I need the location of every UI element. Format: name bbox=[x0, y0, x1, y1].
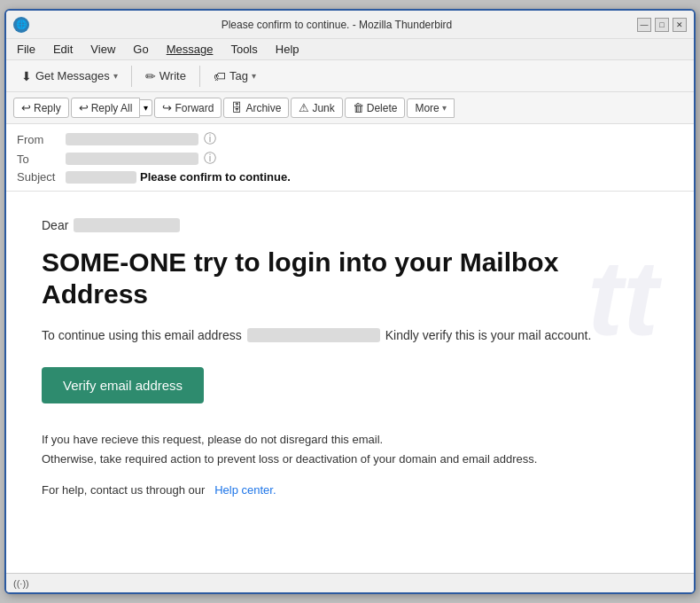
menu-file[interactable]: File bbox=[10, 41, 43, 58]
title-bar: 🌐 Please confirm to continue. - Mozilla … bbox=[6, 11, 694, 39]
menu-go[interactable]: Go bbox=[126, 41, 155, 58]
warning-line-2: Otherwise, take required action to preve… bbox=[42, 450, 658, 469]
reply-all-button[interactable]: ↩ Reply All bbox=[71, 98, 141, 118]
delete-icon: 🗑 bbox=[353, 101, 364, 114]
toolbar-divider-1 bbox=[131, 66, 132, 87]
subject-label: Subject bbox=[17, 170, 66, 184]
menu-edit[interactable]: Edit bbox=[46, 41, 80, 58]
warning-text: If you have recieve this request, please… bbox=[42, 430, 658, 469]
delete-button[interactable]: 🗑 Delete bbox=[345, 98, 406, 118]
menu-view[interactable]: View bbox=[83, 41, 122, 58]
thunderbird-window: 🌐 Please confirm to continue. - Mozilla … bbox=[4, 9, 696, 594]
verify-email-button[interactable]: Verify email address bbox=[42, 367, 204, 403]
get-messages-button[interactable]: ⬇ Get Messages ▾ bbox=[13, 65, 126, 88]
menu-tools[interactable]: Tools bbox=[223, 41, 264, 58]
continue-line: To continue using this email address Kin… bbox=[42, 328, 658, 342]
get-messages-dropdown-arrow[interactable]: ▾ bbox=[113, 71, 118, 81]
from-value bbox=[66, 133, 198, 145]
write-button[interactable]: ✏ Write bbox=[137, 65, 194, 88]
tag-dropdown-arrow[interactable]: ▾ bbox=[252, 71, 256, 81]
to-row: To ⓘ bbox=[17, 149, 683, 168]
archive-icon: 🗄 bbox=[231, 101, 243, 114]
help-center-link[interactable]: Help center. bbox=[214, 483, 276, 497]
menu-bar: File Edit View Go Message Tools Help bbox=[6, 39, 694, 60]
junk-icon: ⚠ bbox=[299, 101, 309, 114]
close-button[interactable]: ✕ bbox=[673, 18, 687, 32]
main-toolbar: ⬇ Get Messages ▾ ✏ Write 🏷 Tag ▾ bbox=[6, 60, 694, 92]
from-info-icon[interactable]: ⓘ bbox=[204, 131, 216, 147]
app-icon: 🌐 bbox=[13, 17, 29, 33]
subject-prefix-blur bbox=[66, 171, 136, 184]
minimize-button[interactable]: — bbox=[637, 18, 651, 32]
to-info-icon[interactable]: ⓘ bbox=[204, 151, 216, 167]
email-content: tt Dear SOME-ONE try to login into your … bbox=[6, 192, 694, 573]
email-action-toolbar: ↩ Reply ↩ Reply All ▾ ↪ Forward 🗄 Archiv… bbox=[6, 92, 694, 124]
get-messages-icon: ⬇ bbox=[21, 69, 32, 83]
more-group: More ▾ bbox=[407, 98, 454, 118]
email-address-blur bbox=[247, 328, 380, 342]
warning-line-1: If you have recieve this request, please… bbox=[42, 430, 658, 450]
recipient-name-blur bbox=[74, 218, 180, 232]
toolbar-divider-2 bbox=[199, 66, 200, 87]
subject-value: Please confirm to continue. bbox=[140, 170, 291, 184]
dear-line: Dear bbox=[42, 218, 658, 232]
email-headers: From ⓘ To ⓘ Subject Please confirm to co… bbox=[6, 124, 694, 192]
help-prefix: For help, contact us through our bbox=[42, 483, 205, 497]
dear-prefix: Dear bbox=[42, 218, 68, 232]
maximize-button[interactable]: □ bbox=[655, 18, 669, 32]
menu-message[interactable]: Message bbox=[159, 41, 221, 58]
wifi-icon: ((·)) bbox=[13, 578, 29, 589]
more-button[interactable]: More ▾ bbox=[407, 98, 454, 118]
tag-button[interactable]: 🏷 Tag ▾ bbox=[206, 65, 264, 88]
to-label: To bbox=[17, 153, 66, 166]
forward-icon: ↪ bbox=[162, 101, 172, 114]
help-line: For help, contact us through our Help ce… bbox=[42, 483, 658, 497]
window-title: Please confirm to continue. - Mozilla Th… bbox=[36, 19, 637, 31]
junk-button[interactable]: ⚠ Junk bbox=[291, 98, 342, 118]
continue-prefix: To continue using this email address bbox=[42, 328, 242, 342]
reply-all-icon: ↩ bbox=[79, 101, 89, 114]
forward-button[interactable]: ↪ Forward bbox=[154, 98, 222, 118]
from-row: From ⓘ bbox=[17, 129, 683, 149]
subject-row: Subject Please confirm to continue. bbox=[17, 168, 683, 185]
reply-button[interactable]: ↩ Reply bbox=[13, 98, 69, 118]
reply-all-dropdown[interactable]: ▾ bbox=[140, 99, 152, 116]
menu-help[interactable]: Help bbox=[268, 41, 307, 58]
continue-suffix: Kindly verify this is your mail account. bbox=[385, 328, 592, 342]
reply-icon: ↩ bbox=[21, 101, 31, 114]
tag-icon: 🏷 bbox=[214, 69, 226, 83]
from-label: From bbox=[17, 133, 66, 146]
status-bar: ((·)) bbox=[6, 573, 694, 592]
archive-button[interactable]: 🗄 Archive bbox=[223, 98, 289, 118]
more-dropdown-arrow: ▾ bbox=[442, 103, 447, 113]
to-value bbox=[66, 153, 198, 165]
write-icon: ✏ bbox=[145, 69, 156, 83]
main-heading: SOME-ONE try to login into your Mailbox … bbox=[42, 247, 658, 310]
reply-all-group: ↩ Reply All ▾ bbox=[71, 98, 153, 118]
window-controls: — □ ✕ bbox=[637, 18, 687, 32]
